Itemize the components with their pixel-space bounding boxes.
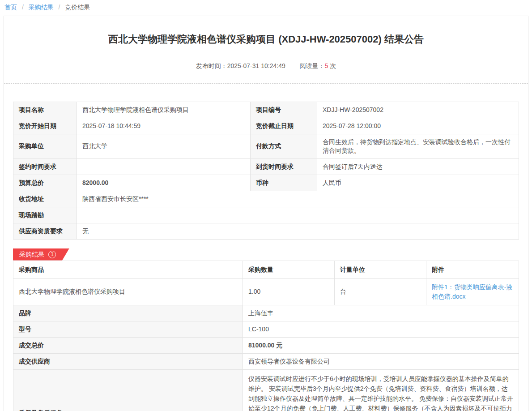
detail-label-winning-supplier: 成交供应商 xyxy=(13,353,243,369)
table-row: 预算总价 82000.00 币种 人民币 xyxy=(13,175,519,191)
table-row: 型号 LC-100 xyxy=(13,321,519,337)
table-row: 质保及售后服务 仪器安装调试时应进行不少于6小时的现场培训，受培训人员应能掌握仪… xyxy=(13,369,519,411)
info-value-delivery-time: 合同签订后7天内送达 xyxy=(317,158,519,175)
info-value-signing-time xyxy=(77,158,251,175)
info-label-bid-end: 竞价截止日期 xyxy=(251,118,317,134)
table-row: 成交总价 81000.00 元 xyxy=(13,337,519,353)
info-value-bid-end: 2025-07-28 12:00:00 xyxy=(317,118,519,134)
column-header-product: 采购商品 xyxy=(13,261,243,278)
project-info-table: 项目名称 西北大学物理学院液相色谱仪采购项目 项目编号 XDJJ-HW-2025… xyxy=(13,102,519,240)
info-label-shipping-address: 收货地址 xyxy=(13,191,77,207)
breadcrumb-separator: / xyxy=(59,4,60,11)
table-row: 项目名称 西北大学物理学院液相色谱仪采购项目 项目编号 XDJJ-HW-2025… xyxy=(13,102,519,118)
info-label-purchasing-unit: 采购单位 xyxy=(13,134,77,158)
procurement-result-badge-label: 采购结果 xyxy=(19,251,44,258)
procurement-result-badge: 采购结果 1 xyxy=(13,248,69,261)
result-product-name: 西北大学物理学院液相色谱仪采购项目 xyxy=(13,278,243,305)
detail-value-warranty-service: 仪器安装调试时应进行不少于6小时的现场培训，受培训人员应能掌握仪器的基本操作及简… xyxy=(243,369,519,411)
detail-value-final-price: 81000.00 元 xyxy=(243,337,519,353)
info-label-supplier-qualification: 供应商资质要求 xyxy=(13,223,77,239)
info-value-project-name: 西北大学物理学院液相色谱仪采购项目 xyxy=(77,102,251,118)
info-value-bid-start: 2025-07-18 10:44:59 xyxy=(77,118,251,134)
table-header-row: 采购商品 采购数量 计量单位 附件 xyxy=(13,261,519,278)
info-label-signing-time: 签约时间要求 xyxy=(13,158,77,175)
info-value-shipping-address: 陕西省西安市长安区**** xyxy=(77,191,519,207)
info-label-budget-total: 预算总价 xyxy=(13,175,77,191)
table-row: 竞价开始日期 2025-07-18 10:44:59 竞价截止日期 2025-0… xyxy=(13,118,519,134)
info-value-supplier-qualification: 无 xyxy=(77,223,519,239)
table-row: 收货地址 陕西省西安市长安区**** xyxy=(13,191,519,207)
result-section: 采购结果 1 xyxy=(13,248,519,261)
detail-label-brand: 品牌 xyxy=(13,305,243,321)
breadcrumb-procurement-results-link[interactable]: 采购结果 xyxy=(29,4,54,11)
breadcrumb-home-link[interactable]: 首页 xyxy=(4,4,17,11)
info-label-currency: 币种 xyxy=(251,175,317,191)
info-value-site-survey xyxy=(77,207,519,223)
publish-time-value: 2025-07-31 10:24:49 xyxy=(227,62,285,69)
publish-info: 发布时间：2025-07-31 10:24:49 阅读量：5 次 xyxy=(4,62,528,70)
column-header-quantity: 采购数量 xyxy=(243,261,335,278)
result-quantity: 1.00 xyxy=(243,278,335,305)
breadcrumb-current: 竞价结果 xyxy=(65,4,90,11)
info-value-payment-method: 合同生效后，待货物到达指定地点、安装调试验收合格后，一次性付清合同货款。 xyxy=(317,134,519,158)
table-row: 成交供应商 西安领导者仪器设备有限公司 xyxy=(13,353,519,369)
info-value-currency: 人民币 xyxy=(317,175,519,191)
info-label-payment-method: 付款方式 xyxy=(251,134,317,158)
column-header-attachment: 附件 xyxy=(426,261,519,278)
info-label-project-name: 项目名称 xyxy=(13,102,77,118)
info-label-project-number: 项目编号 xyxy=(251,102,317,118)
detail-value-model: LC-100 xyxy=(243,321,519,337)
views-label: 阅读量： xyxy=(300,62,325,69)
announcement-card: 西北大学物理学院液相色谱仪采购项目 (XDJJ-HW-202507002) 结果… xyxy=(4,16,528,411)
detail-value-winning-supplier: 西安领导者仪器设备有限公司 xyxy=(243,353,519,369)
detail-value-brand: 上海伍丰 xyxy=(243,305,519,321)
table-row: 现场踏勘 xyxy=(13,207,519,223)
info-label-site-survey: 现场踏勘 xyxy=(13,207,77,223)
table-row: 签约时间要求 到货时间要求 合同签订后7天内送达 xyxy=(13,158,519,175)
result-count-badge: 1 xyxy=(48,251,56,258)
info-label-bid-start: 竞价开始日期 xyxy=(13,118,77,134)
column-header-unit: 计量单位 xyxy=(335,261,426,278)
info-value-budget-total: 82000.00 xyxy=(77,175,251,191)
table-row: 品牌 上海伍丰 xyxy=(13,305,519,321)
info-label-delivery-time: 到货时间要求 xyxy=(251,158,317,175)
table-row: 采购单位 西北大学 付款方式 合同生效后，待货物到达指定地点、安装调试验收合格后… xyxy=(13,134,519,158)
info-value-purchasing-unit: 西北大学 xyxy=(77,134,251,158)
procurement-result-table: 采购商品 采购数量 计量单位 附件 西北大学物理学院液相色谱仪采购项目 1.00… xyxy=(13,261,519,411)
breadcrumb: 首页 / 采购结果 / 竞价结果 xyxy=(0,0,532,16)
publish-time-label: 发布时间： xyxy=(196,62,227,69)
attachment-link[interactable]: 附件1：货物类响应偏离表-液相色谱.docx xyxy=(432,283,513,301)
views-unit: 次 xyxy=(330,62,336,69)
table-row: 供应商资质要求 无 xyxy=(13,223,519,239)
views-count: 5 xyxy=(325,62,328,69)
page-title: 西北大学物理学院液相色谱仪采购项目 (XDJJ-HW-202507002) 结果… xyxy=(4,33,528,46)
detail-label-model: 型号 xyxy=(13,321,243,337)
detail-label-warranty-service: 质保及售后服务 xyxy=(13,369,243,411)
breadcrumb-separator: / xyxy=(22,4,24,11)
result-unit: 台 xyxy=(335,278,426,305)
content-area: 项目名称 西北大学物理学院液相色谱仪采购项目 项目编号 XDJJ-HW-2025… xyxy=(4,84,528,411)
info-value-project-number: XDJJ-HW-202507002 xyxy=(317,102,519,118)
detail-label-final-price: 成交总价 xyxy=(13,337,243,353)
table-row: 西北大学物理学院液相色谱仪采购项目 1.00 台 附件1：货物类响应偏离表-液相… xyxy=(13,278,519,305)
title-section: 西北大学物理学院液相色谱仪采购项目 (XDJJ-HW-202507002) 结果… xyxy=(4,16,528,84)
